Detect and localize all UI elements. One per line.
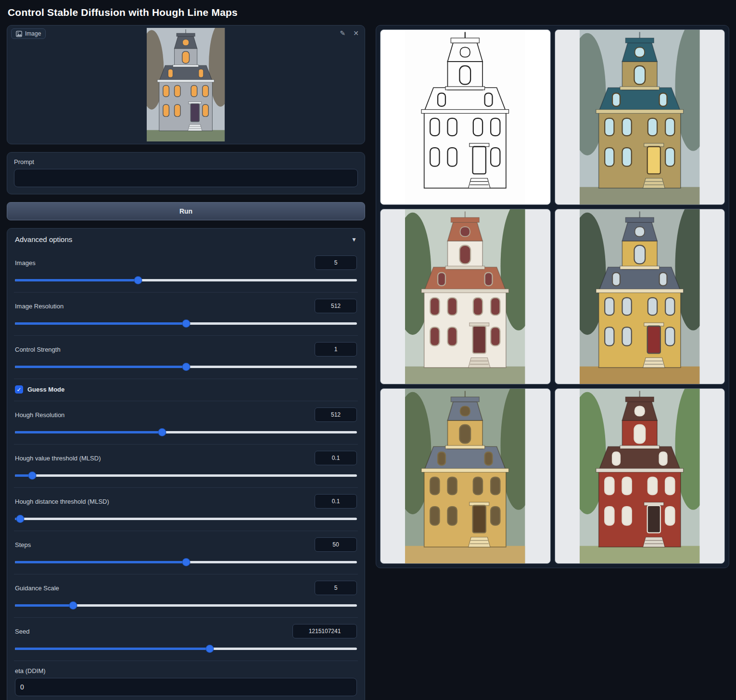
slider-value-input[interactable] [315,407,357,422]
slider-thumb[interactable] [28,472,36,479]
generated-image [580,209,700,384]
slider-thumb[interactable] [158,429,165,436]
hough-line-map-image [405,30,525,204]
gallery-item-hough-map[interactable] [380,29,551,205]
slider-label: Guidance Scale [15,585,59,592]
prompt-panel: Prompt [7,152,365,194]
slider-fill [15,366,186,368]
slider-block-hough-distance-threshold: Hough distance threshold (MLSD) [14,487,358,531]
slider[interactable] [15,601,357,610]
chevron-down-icon: ▼ [351,236,357,243]
generated-image [405,209,525,384]
slider-thumb[interactable] [16,515,24,522]
slider-block-images: Images [14,249,358,292]
gallery-item-result-1[interactable] [555,29,725,205]
slider[interactable] [15,644,357,653]
image-upload-dropzone[interactable]: Image ✎ ✕ [7,25,365,144]
slider-value-input[interactable] [315,255,357,270]
advanced-options-form: Images Image Resolution [7,249,365,700]
slider-block-hough-value-threshold: Hough value threshold (MLSD) [14,444,358,487]
advanced-options-panel: Advanced options ▼ Images [7,228,365,700]
slider[interactable] [15,471,357,480]
slider-fill [15,648,210,650]
slider-value-input[interactable] [315,537,357,552]
eta-block: eta (DDIM) [14,661,358,700]
slider-label: Seed [15,628,29,635]
slider[interactable] [15,319,357,328]
slider[interactable] [15,276,357,285]
prompt-label: Prompt [14,158,358,165]
results-column [376,25,729,568]
slider-label: Hough Resolution [15,411,64,419]
edit-image-button[interactable]: ✎ [339,29,347,38]
slider-block-control-strength: Control Strength [14,335,358,379]
image-label-chip: Image [11,28,46,39]
gallery-item-result-4[interactable] [380,388,551,564]
slider-fill [15,322,186,325]
slider-value-input[interactable] [292,624,357,638]
input-image [147,28,225,141]
slider[interactable] [15,362,357,371]
clear-image-button[interactable]: ✕ [352,29,360,38]
gallery-item-result-2[interactable] [380,209,551,384]
slider-block-hough-resolution: Hough Resolution [14,401,358,444]
slider-thumb[interactable] [182,559,190,566]
slider-fill [15,561,186,563]
image-icon [16,31,22,37]
slider-thumb[interactable] [69,602,76,609]
slider-value-input[interactable] [315,581,357,595]
slider-block-guidance-scale: Guidance Scale [14,574,358,617]
slider-label: Image Resolution [15,303,63,310]
slider-thumb[interactable] [134,277,141,284]
slider-label: Steps [15,541,31,548]
eta-label: eta (DDIM) [15,667,357,675]
slider-value-input[interactable] [315,494,357,509]
slider-fill [15,279,138,281]
generated-image [405,389,525,563]
run-button[interactable]: Run [7,202,365,220]
slider[interactable] [15,428,357,437]
slider-thumb[interactable] [182,363,190,370]
generated-image [580,389,700,563]
eta-input[interactable] [15,678,357,696]
slider-value-input[interactable] [315,451,357,465]
generated-image [580,30,700,204]
guess-mode-label: Guess Mode [27,386,64,393]
slider-fill [15,431,162,433]
slider-block-image-resolution: Image Resolution [14,292,358,335]
image-label: Image [25,30,41,37]
gallery-item-result-5[interactable] [555,388,725,564]
slider-value-input[interactable] [315,299,357,313]
page-title: Control Stable Diffusion with Hough Line… [8,7,729,18]
slider-label: Hough value threshold (MLSD) [15,455,101,462]
slider-value-input[interactable] [315,342,357,356]
slider-thumb[interactable] [206,645,214,652]
guess-mode-row[interactable]: ✓ Guess Mode [14,379,358,401]
slider-block-seed: Seed [14,617,358,661]
gallery-item-result-3[interactable] [555,209,725,384]
page: Control Stable Diffusion with Hough Line… [0,0,736,700]
guess-mode-checkbox[interactable]: ✓ [15,385,23,394]
advanced-options-accordion[interactable]: Advanced options ▼ [7,229,365,249]
slider-label: Hough distance threshold (MLSD) [15,498,109,505]
slider[interactable] [15,514,357,523]
advanced-options-title: Advanced options [15,235,72,243]
slider-fill [15,604,73,607]
prompt-input[interactable] [14,169,358,187]
output-gallery [376,25,729,568]
slider-block-steps: Steps [14,531,358,574]
slider-thumb[interactable] [182,320,190,327]
slider[interactable] [15,558,357,567]
controls-column: Image ✎ ✕ Prompt Run Advanced options ▼ [7,25,365,700]
slider-label: Images [15,259,36,267]
slider-label: Control Strength [15,346,61,353]
